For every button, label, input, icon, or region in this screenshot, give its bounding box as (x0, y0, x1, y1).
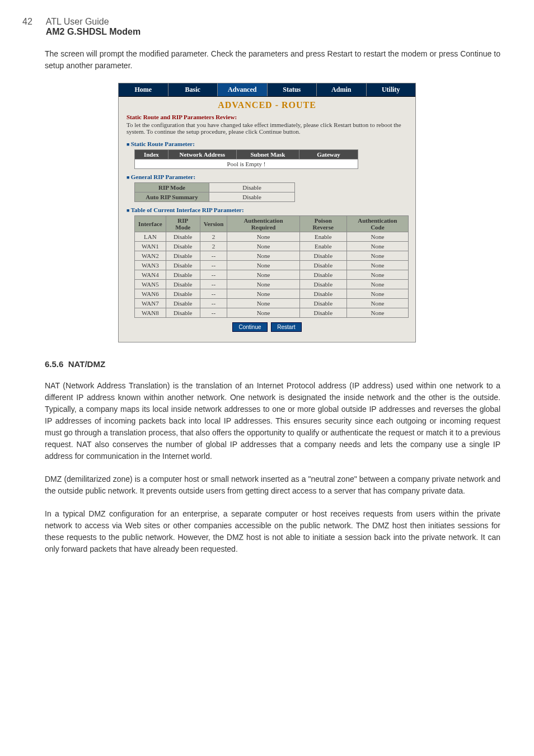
rip-cell: Disable (166, 308, 200, 318)
rip-cell: WAN5 (135, 280, 166, 289)
nav-tab-utility[interactable]: Utility (367, 83, 416, 96)
rip-col-1: RIP Mode (166, 216, 200, 232)
rip-cell: Disable (299, 270, 346, 280)
rip-cell: Disable (166, 289, 200, 299)
rip-cell: Disable (299, 251, 346, 261)
nav-tab-advanced[interactable]: Advanced (218, 83, 268, 96)
rip-row: WAN4Disable--NoneDisableNone (135, 270, 409, 280)
rip-cell: 2 (200, 232, 227, 242)
rip-header-row: InterfaceRIP ModeVersionAuthentication R… (135, 216, 409, 232)
rip-cell: None (346, 242, 408, 251)
rip-cell: -- (200, 261, 227, 270)
rip-mode-value: Disable (209, 183, 295, 192)
rip-col-4: Poison Reverse (299, 216, 346, 232)
rip-cell: -- (200, 280, 227, 289)
rip-cell: None (227, 308, 299, 318)
rip-mode-label: RIP Mode (135, 183, 209, 192)
nav-tab-home[interactable]: Home (119, 83, 168, 96)
rip-body: LANDisable2NoneEnableNoneWAN1Disable2Non… (135, 232, 409, 318)
rip-cell: 2 (200, 242, 227, 251)
panel-title: ADVANCED - ROUTE (119, 97, 415, 114)
rip-row: WAN3Disable--NoneDisableNone (135, 261, 409, 270)
col-subnet: Subnet Mask (236, 150, 299, 159)
dmz-config-paragraph: In a typical DMZ configuration for an en… (45, 508, 500, 555)
general-rip-heading: General RIP Parameter: (127, 173, 407, 180)
rip-cell: -- (200, 299, 227, 308)
rip-cell: None (346, 270, 408, 280)
rip-col-2: Version (200, 216, 227, 232)
rip-cell: Disable (299, 308, 346, 318)
rip-cell: None (346, 289, 408, 299)
rip-cell: Enable (299, 242, 346, 251)
rip-cell: Disable (166, 270, 200, 280)
intro-paragraph: The screen will prompt the modified para… (45, 48, 500, 72)
rip-cell: WAN7 (135, 299, 166, 308)
rip-cell: Disable (166, 242, 200, 251)
router-screenshot-figure: Home Basic Advanced Status Admin Utility… (118, 83, 416, 342)
continue-button[interactable]: Continue (232, 322, 267, 332)
col-network: Network Address (168, 150, 236, 159)
section-heading: 6.5.6 NAT/DMZ (45, 359, 500, 369)
rip-cell: Disable (166, 232, 200, 242)
rip-col-3: Authentication Required (227, 216, 299, 232)
nat-paragraph: NAT (Network Address Translation) is the… (45, 380, 500, 462)
nav-tab-admin[interactable]: Admin (317, 83, 367, 96)
review-heading: Static Route and RIP Parameters Review: (127, 114, 407, 120)
rip-cell: None (227, 299, 299, 308)
rip-cell: None (227, 232, 299, 242)
rip-cell: -- (200, 251, 227, 261)
rip-cell: WAN3 (135, 261, 166, 270)
product-title: AM2 G.SHDSL Modem (46, 27, 141, 36)
nav-tab-status[interactable]: Status (268, 83, 317, 96)
rip-cell: Disable (299, 289, 346, 299)
guide-title: ATL User Guide (46, 17, 109, 26)
rip-cell: WAN6 (135, 289, 166, 299)
rip-cell: None (346, 299, 408, 308)
rip-cell: Disable (166, 251, 200, 261)
rip-row: WAN8Disable--NoneDisableNone (135, 308, 409, 318)
page-number: 42 (22, 17, 32, 27)
rip-cell: None (227, 270, 299, 280)
section-title: NAT/DMZ (68, 359, 105, 369)
rip-row: WAN6Disable--NoneDisableNone (135, 289, 409, 299)
rip-cell: WAN8 (135, 308, 166, 318)
rip-cell: None (346, 232, 408, 242)
restart-button[interactable]: Restart (271, 322, 301, 332)
rip-cell: None (346, 251, 408, 261)
review-text: To let the configuration that you have c… (127, 121, 407, 135)
page-header: 42 ATL User Guide AM2 G.SHDSL Modem (22, 17, 512, 37)
rip-cell: Enable (299, 232, 346, 242)
rip-cell: None (346, 308, 408, 318)
rip-cell: -- (200, 289, 227, 299)
rip-row: WAN7Disable--NoneDisableNone (135, 299, 409, 308)
rip-row: WAN2Disable--NoneDisableNone (135, 251, 409, 261)
rip-col-5: Authentication Code (346, 216, 408, 232)
static-route-table: Index Network Address Subnet Mask Gatewa… (134, 149, 358, 169)
rip-cell: None (346, 261, 408, 270)
rip-cell: None (227, 242, 299, 251)
rip-cell: Disable (299, 280, 346, 289)
section-number: 6.5.6 (45, 359, 63, 369)
rip-cell: -- (200, 270, 227, 280)
dmz-paragraph: DMZ (demilitarized zone) is a computer h… (45, 473, 500, 497)
rip-cell: Disable (166, 261, 200, 270)
interface-rip-heading: Table of Current Interface RIP Parameter… (127, 206, 407, 213)
rip-cell: LAN (135, 232, 166, 242)
nav-tab-basic[interactable]: Basic (168, 83, 218, 96)
static-route-heading: Static Route Parameter: (127, 140, 407, 147)
rip-cell: Disable (166, 280, 200, 289)
static-empty-msg: Pool is Empty ! (135, 159, 358, 169)
col-gateway: Gateway (299, 150, 358, 159)
col-index: Index (135, 150, 168, 159)
rip-cell: -- (200, 308, 227, 318)
rip-cell: Disable (299, 261, 346, 270)
rip-cell: None (227, 261, 299, 270)
auto-rip-value: Disable (209, 192, 295, 202)
auto-rip-label: Auto RIP Summary (135, 192, 209, 202)
rip-row: WAN5Disable--NoneDisableNone (135, 280, 409, 289)
interface-rip-table: InterfaceRIP ModeVersionAuthentication R… (134, 215, 409, 318)
nav-tabs: Home Basic Advanced Status Admin Utility (119, 83, 415, 97)
general-rip-table: RIP Mode Disable Auto RIP Summary Disabl… (134, 182, 295, 202)
rip-cell: WAN4 (135, 270, 166, 280)
rip-row: WAN1Disable2NoneEnableNone (135, 242, 409, 251)
